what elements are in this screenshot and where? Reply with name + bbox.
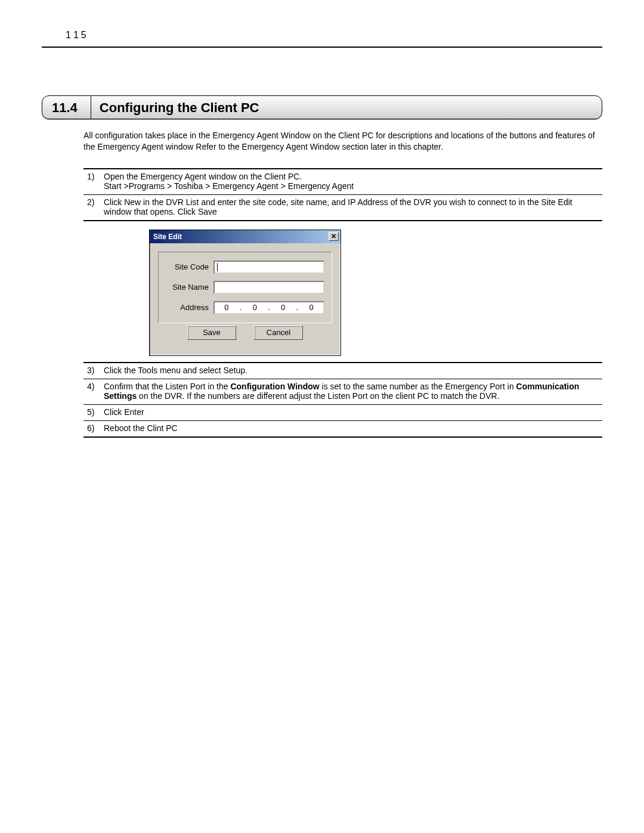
steps-table-lower: 3) Click the Tools menu and select Setup… [83, 362, 602, 438]
step-text: Reboot the Clint PC [100, 420, 602, 437]
step-text: Click the Tools menu and select Setup. [100, 363, 602, 379]
steps-table-upper: 1) Open the Emergency Agent window on th… [83, 168, 602, 221]
step-1-line2: Start >Programs > Toshiba > Emergency Ag… [104, 181, 354, 191]
text-cursor [217, 263, 218, 271]
step-number: 2) [83, 194, 100, 221]
step-text: Click New in the DVR List and enter the … [100, 194, 602, 221]
page-header: 115 [42, 30, 602, 48]
dialog-titlebar: Site Edit ✕ [150, 230, 340, 243]
site-code-input[interactable] [213, 261, 324, 274]
page-number: 115 [66, 30, 89, 41]
step-number: 4) [83, 379, 100, 404]
ip-octet-2: 0 [249, 303, 261, 312]
dialog-button-row: Save Cancel [158, 323, 332, 347]
step-1-line1: Open the Emergency Agent window on the C… [104, 172, 302, 181]
ip-dot: . [296, 303, 299, 312]
step-text: Confirm that the Listen Port in the Conf… [100, 379, 602, 404]
step-number: 6) [83, 420, 100, 437]
section-number: 11.4 [42, 96, 91, 119]
section-title: Configuring the Client PC [91, 96, 259, 119]
ip-octet-3: 0 [277, 303, 289, 312]
intro-paragraph: All configuration takes place in the Eme… [83, 130, 602, 153]
address-label: Address [166, 303, 213, 312]
ip-octet-4: 0 [305, 303, 317, 312]
step-number: 5) [83, 404, 100, 420]
dialog-body: Site Code Site Name Address 0 . 0 . [150, 243, 340, 355]
close-icon[interactable]: ✕ [329, 232, 339, 241]
document-page: 115 11.4 Configuring the Client PC All c… [0, 0, 644, 473]
ip-dot: . [268, 303, 270, 312]
dialog-screenshot: Site Edit ✕ Site Code Site Name Address [149, 230, 602, 356]
ip-dot: . [240, 303, 242, 312]
section-heading-bar: 11.4 Configuring the Client PC [42, 95, 602, 119]
site-code-label: Site Code [166, 262, 213, 271]
step-text: Click Enter [100, 404, 602, 420]
site-edit-dialog: Site Edit ✕ Site Code Site Name Address [149, 230, 341, 356]
step-number: 1) [83, 169, 100, 195]
step-text: Open the Emergency Agent window on the C… [100, 169, 602, 195]
dialog-title: Site Edit [153, 233, 329, 241]
site-name-input[interactable] [213, 281, 324, 294]
step-number: 3) [83, 363, 100, 379]
save-button[interactable]: Save [187, 326, 236, 340]
dialog-group: Site Code Site Name Address 0 . 0 . [158, 252, 332, 323]
ip-octet-1: 0 [221, 303, 233, 312]
site-name-label: Site Name [166, 283, 213, 292]
cancel-button[interactable]: Cancel [254, 326, 303, 340]
address-input[interactable]: 0 . 0 . 0 . 0 [213, 301, 324, 314]
